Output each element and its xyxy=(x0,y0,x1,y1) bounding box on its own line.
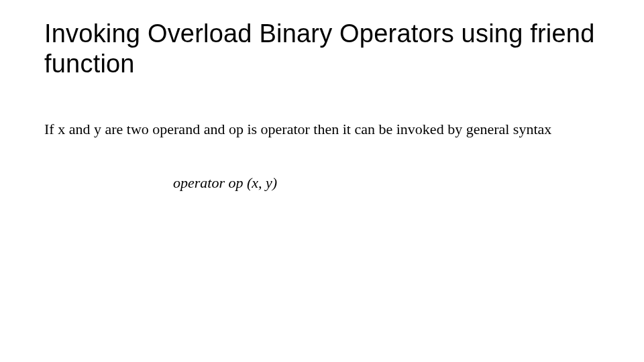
slide-title: Invoking Overload Binary Operators using… xyxy=(44,19,600,79)
syntax-line: operator op (x, y) xyxy=(173,174,600,192)
body-paragraph: If x and y are two operand and op is ope… xyxy=(44,121,600,138)
slide: Invoking Overload Binary Operators using… xyxy=(0,0,644,362)
